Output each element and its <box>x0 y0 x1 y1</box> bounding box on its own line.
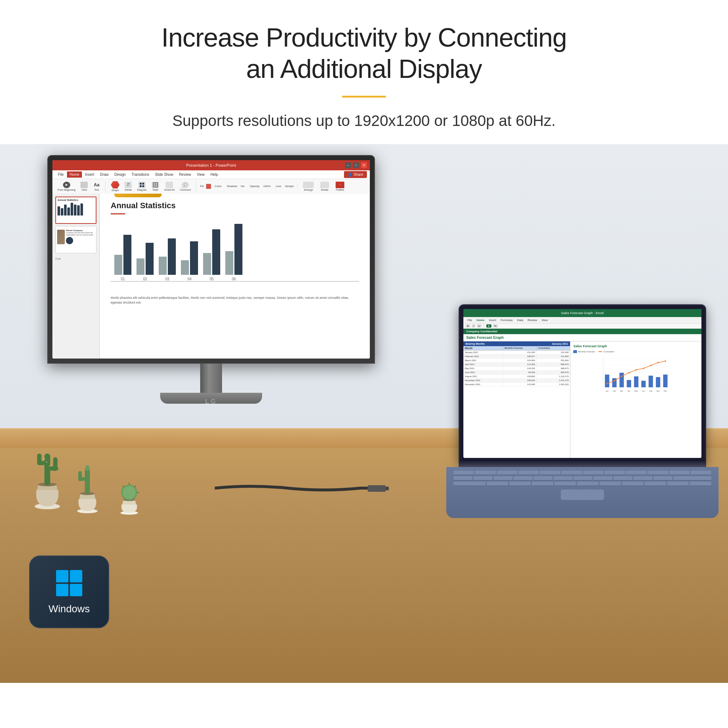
key[interactable] <box>454 471 474 475</box>
key[interactable] <box>561 471 582 475</box>
key[interactable] <box>474 476 492 480</box>
maximize-button[interactable]: □ <box>353 162 359 168</box>
excel-row-jun: June 2021 80,400 960,575 <box>463 370 570 375</box>
key[interactable] <box>605 471 625 475</box>
bar-main-1 <box>123 235 132 275</box>
excel-company-header: Company Confidential <box>463 329 701 334</box>
close-button[interactable]: ✕ <box>361 162 367 168</box>
menu-insert[interactable]: Insert <box>83 171 97 177</box>
menu-home[interactable]: Home <box>67 171 82 177</box>
key[interactable] <box>633 476 652 480</box>
excel-may-cumulative: 988,675 <box>537 367 570 370</box>
tool-text[interactable]: Aa Text <box>91 181 102 192</box>
tool-table[interactable]: Table <box>150 181 161 192</box>
key[interactable] <box>645 482 666 486</box>
key[interactable] <box>691 471 711 475</box>
key[interactable] <box>669 471 690 475</box>
title-line-2: an Additional Display <box>246 54 482 83</box>
menu-slideshow[interactable]: Slide Show <box>153 171 176 177</box>
laptop-screen: Sales Forecast Graph - Excel File Home I… <box>463 309 701 458</box>
menu-view[interactable]: View <box>194 171 208 177</box>
tool-publish[interactable]: ↑ Publish <box>334 181 346 192</box>
windows-label-text: Windows <box>48 603 90 615</box>
excel-menu-insert[interactable]: Insert <box>487 318 498 323</box>
key[interactable] <box>653 476 672 480</box>
tab-key[interactable] <box>454 482 486 486</box>
key[interactable] <box>554 482 576 486</box>
menu-help[interactable]: Help <box>208 171 220 177</box>
menu-design[interactable]: Design <box>112 171 128 177</box>
key[interactable] <box>534 476 552 480</box>
key[interactable] <box>583 471 604 475</box>
key[interactable] <box>532 482 553 486</box>
key[interactable] <box>667 482 689 486</box>
svg-text:May: May <box>635 390 638 392</box>
menu-review[interactable]: Review <box>177 171 194 177</box>
excel-menu-review[interactable]: Review <box>526 318 539 323</box>
excel-cumulative-header: Cumulative <box>537 346 570 350</box>
key[interactable] <box>574 476 593 480</box>
minimize-button[interactable]: ─ <box>345 162 351 168</box>
ppt-main-slide[interactable]: 1080P 60Hz Annual Statistics <box>100 194 370 359</box>
keyboard-row-2 <box>454 476 711 480</box>
key[interactable] <box>540 471 560 475</box>
excel-apr-forecast: 112,460 <box>503 362 537 366</box>
succulent <box>116 474 142 517</box>
key[interactable] <box>497 471 517 475</box>
tool-rotate[interactable]: Rotate <box>319 181 330 192</box>
key[interactable] <box>514 476 532 480</box>
bar-group-5: 05 <box>203 229 220 281</box>
slide-thumb-2[interactable]: About Company Company info text here abo… <box>55 226 96 253</box>
excel-italic[interactable]: I <box>472 324 476 327</box>
tool-smartart[interactable]: Smart Art <box>163 181 176 192</box>
excel-menu-data[interactable]: Data <box>515 318 525 323</box>
slide-thumb-1[interactable]: Annual Statistics <box>55 197 96 224</box>
tool-comment[interactable]: 💬 Comment <box>178 181 192 192</box>
excel-content: Bearing Months January 2021 Month Monthl… <box>463 341 701 458</box>
key[interactable] <box>487 482 508 486</box>
backspace-key[interactable] <box>673 476 711 480</box>
tool-diagram[interactable]: Diagram <box>135 181 148 192</box>
menu-draw[interactable]: Draw <box>98 171 111 177</box>
key[interactable] <box>577 482 598 486</box>
excel-percent[interactable]: % <box>493 324 498 327</box>
key[interactable] <box>593 476 612 480</box>
excel-menu-formulas[interactable]: Formulas <box>499 318 514 323</box>
tool-shape[interactable]: Shape <box>109 180 121 192</box>
key[interactable] <box>518 471 539 475</box>
excel-menu-home[interactable]: Home <box>475 318 486 323</box>
excel-currency[interactable]: $ <box>486 324 491 327</box>
key[interactable] <box>622 482 644 486</box>
pixel-value: 0 px <box>55 257 96 260</box>
tool-media[interactable]: 🎵 Media <box>123 181 133 192</box>
excel-bold[interactable]: B <box>466 324 470 327</box>
tool-view[interactable]: View <box>79 181 89 192</box>
svg-text:Jun: Jun <box>642 390 645 392</box>
key[interactable] <box>494 476 512 480</box>
key[interactable] <box>613 476 632 480</box>
key[interactable] <box>454 476 473 480</box>
excel-row-may: May 2021 143,200 988,675 <box>463 367 570 370</box>
key[interactable] <box>626 471 647 475</box>
excel-menu-file[interactable]: File <box>466 318 474 323</box>
key[interactable] <box>554 476 573 480</box>
key[interactable] <box>475 471 496 475</box>
tool-from-beginning[interactable]: ▶ From Beginning <box>56 181 77 192</box>
key[interactable] <box>648 471 668 475</box>
key[interactable] <box>690 482 711 486</box>
bar-light-4 <box>181 260 189 275</box>
excel-menu-view[interactable]: View <box>540 318 550 323</box>
key[interactable] <box>600 482 621 486</box>
menu-transitions[interactable]: Transitions <box>129 171 152 177</box>
svg-point-60 <box>123 486 136 499</box>
bar-pair-5 <box>203 229 220 275</box>
windows-logo-icon <box>55 569 84 598</box>
key[interactable] <box>509 482 531 486</box>
tool-arrange[interactable]: Arrange <box>301 181 315 192</box>
excel-underline[interactable]: U <box>477 324 482 327</box>
laptop-touchpad[interactable] <box>561 489 604 500</box>
excel-mar-forecast: 243,909 <box>503 359 537 362</box>
menu-file[interactable]: File <box>55 171 66 177</box>
ppt-toolbar: ▶ From Beginning View Aa Text <box>52 179 370 194</box>
share-button[interactable]: 👤 Share <box>344 171 367 178</box>
